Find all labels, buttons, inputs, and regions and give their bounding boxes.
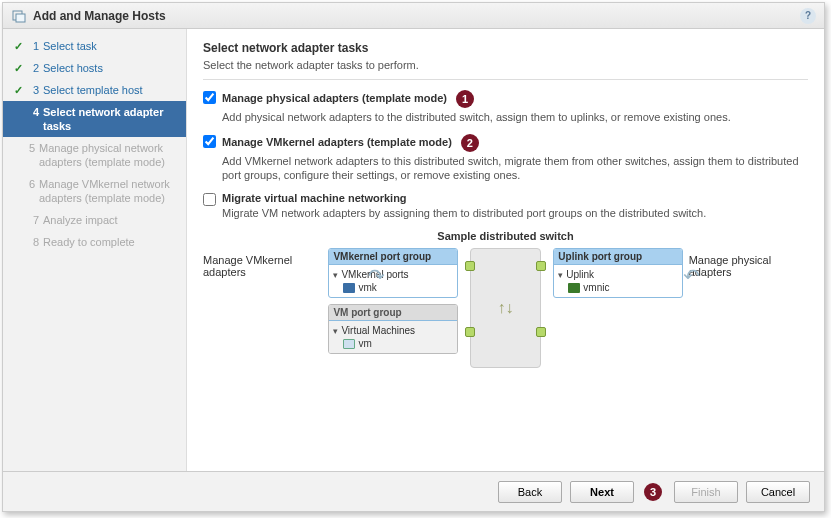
step-7: 7 Analyze impact [3,209,186,231]
updown-icon: ↑↓ [498,299,514,317]
wizard-content: Select network adapter tasks Select the … [187,29,824,471]
vmkernel-port-group: VMkernel port group ▾VMkernel ports vmk [328,248,457,298]
sample-switch-diagram: Sample distributed switch Manage VMkerne… [203,230,808,410]
finish-button: Finish [674,481,738,503]
svg-rect-1 [16,14,25,22]
diagram-hint-left: Manage VMkernel adapters [203,248,322,278]
check-icon: ✓ [11,83,25,97]
page-subtitle: Select the network adapter tasks to perf… [203,59,808,71]
divider [203,79,808,80]
titlebar: Add and Manage Hosts ? [3,3,824,29]
step-2[interactable]: ✓ 2 Select hosts [3,57,186,79]
wizard-dialog: Add and Manage Hosts ? ✓ 1 Select task ✓… [2,2,825,512]
step-5: 5 Manage physical network adapters (temp… [3,137,186,173]
option-physical-adapters: Manage physical adapters (template mode)… [203,90,808,124]
switch-box: ↑↓ [470,248,542,368]
dialog-title: Add and Manage Hosts [33,9,166,23]
check-icon: ✓ [11,39,25,53]
page-title: Select network adapter tasks [203,41,808,55]
option-label: Manage physical adapters (template mode) [222,92,447,104]
vm-port-group: VM port group ▾Virtual Machines vm [328,304,457,354]
diagram-title: Sample distributed switch [203,230,808,242]
diagram-hint-right: Manage physical adapters [689,248,808,278]
checkbox-physical[interactable] [203,91,216,104]
triangle-down-icon: ▾ [333,326,338,336]
right-port-column: Uplink port group ▾Uplink vmnic [553,248,682,298]
step-6: 6 Manage VMkernel network adapters (temp… [3,173,186,209]
checkbox-vmkernel[interactable] [203,135,216,148]
option-desc: Add VMkernel network adapters to this di… [222,154,808,182]
left-port-column: VMkernel port group ▾VMkernel ports vmk … [328,248,457,354]
help-icon[interactable]: ? [800,8,816,24]
back-button[interactable]: Back [498,481,562,503]
next-button[interactable]: Next [570,481,634,503]
option-vmkernel-adapters: Manage VMkernel adapters (template mode)… [203,134,808,182]
nic-icon [568,283,580,293]
step-8: 8 Ready to complete [3,231,186,253]
wizard-footer: Back Next 3 Finish Cancel [3,471,824,511]
step-4[interactable]: 4 Select network adapter tasks [3,101,186,137]
option-desc: Migrate VM network adapters by assigning… [222,206,808,220]
option-desc: Add physical network adapters to the dis… [222,110,808,124]
uplink-port-group: Uplink port group ▾Uplink vmnic [553,248,682,298]
hosts-icon [11,8,27,24]
step-3[interactable]: ✓ 3 Select template host [3,79,186,101]
check-icon: ✓ [11,61,25,75]
callout-3: 3 [644,483,662,501]
cancel-button[interactable]: Cancel [746,481,810,503]
vm-icon [343,339,355,349]
checkbox-migrate-vm[interactable] [203,193,216,206]
option-label: Migrate virtual machine networking [222,192,407,204]
wizard-sidebar: ✓ 1 Select task ✓ 2 Select hosts ✓ 3 Sel… [3,29,187,471]
callout-2: 2 [461,134,479,152]
triangle-down-icon: ▾ [333,270,338,280]
vmk-icon [343,283,355,293]
step-1[interactable]: ✓ 1 Select task [3,35,186,57]
option-label: Manage VMkernel adapters (template mode) [222,136,452,148]
callout-1: 1 [456,90,474,108]
option-migrate-vm-networking: Migrate virtual machine networking Migra… [203,192,808,220]
triangle-down-icon: ▾ [558,270,563,280]
